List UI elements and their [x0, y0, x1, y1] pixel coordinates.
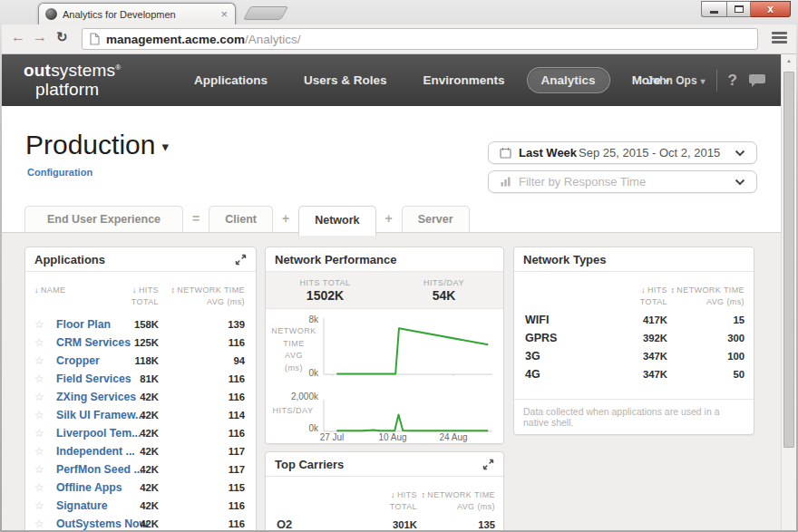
user-menu[interactable]: John Ops▾	[647, 74, 705, 87]
help-button[interactable]: ?	[728, 72, 737, 90]
minimize-icon	[710, 11, 718, 14]
table-row: ☆ZXing Services42K116	[25, 388, 256, 406]
logo-line2: platform	[24, 81, 121, 100]
panel-title: Top Carriers	[275, 458, 344, 471]
column-header-hits[interactable]: ↓HITSTOTAL	[131, 285, 159, 308]
minimize-button[interactable]	[701, 1, 726, 17]
performance-stats: HITS TOTAL 1502K HITS/DAY 54K	[266, 272, 503, 309]
tab-close-icon[interactable]: ×	[219, 8, 229, 20]
configuration-link[interactable]: Configuration	[27, 167, 92, 178]
column-header-hits[interactable]: ↓HITSTOTAL	[390, 489, 417, 513]
app-link[interactable]: Liverpool Tem...	[56, 424, 141, 442]
app-link[interactable]: Signature	[56, 497, 108, 515]
environment-selector[interactable]: Production▾	[25, 130, 169, 160]
new-tab-button[interactable]	[243, 6, 288, 20]
app-link[interactable]: Silk UI Framew...	[56, 406, 144, 424]
panel-footnote: Data collected when applications are use…	[514, 399, 754, 434]
url-bar[interactable]: management.acme.com/Analytics/	[82, 28, 758, 50]
time-value: 116	[229, 515, 245, 530]
back-button[interactable]: ←	[11, 29, 25, 45]
star-icon[interactable]: ☆	[34, 515, 44, 530]
column-header-hits[interactable]: ↓HITSTOTAL	[640, 285, 667, 308]
filter-placeholder: Filter by Response Time	[519, 175, 646, 189]
chevron-down-icon	[735, 150, 745, 157]
column-header-network-time[interactable]: ↕NETWORK TIMEAVG (ms)	[670, 285, 744, 308]
tab-title: Analytics for Developmen	[63, 9, 214, 20]
app-link[interactable]: OutSystems Now	[56, 515, 148, 530]
table-row: ☆Liverpool Tem...42K116	[25, 424, 256, 442]
browser-tab[interactable]: Analytics for Developmen ×	[38, 3, 236, 24]
table-row: ☆Signature42K116	[25, 497, 256, 515]
app-link[interactable]: Floor Plan	[56, 315, 111, 334]
star-icon[interactable]: ☆	[34, 442, 44, 460]
nav-item-environments[interactable]: Environments	[409, 67, 520, 93]
tab-network[interactable]: Network	[298, 206, 375, 236]
outsystems-logo: outsystems® platform	[24, 62, 121, 99]
stat-label: HITS/DAY	[423, 278, 464, 287]
panel-title: Applications	[34, 253, 105, 266]
hits-value: 158K	[134, 315, 159, 334]
browser-menu-button[interactable]	[772, 32, 787, 45]
panel-title: Network Performance	[275, 253, 396, 266]
app-link[interactable]: Field Services	[56, 370, 131, 388]
maximize-button[interactable]	[726, 1, 751, 17]
app-link[interactable]: Offline Apps	[56, 479, 122, 497]
reload-button[interactable]: ↻	[56, 29, 68, 45]
tab-separator-plus: +	[376, 206, 402, 232]
app-link[interactable]: Independent ...	[56, 442, 135, 460]
hits-value: 125K	[134, 334, 159, 352]
forward-button[interactable]: →	[33, 29, 47, 45]
star-icon[interactable]: ☆	[34, 315, 44, 334]
star-icon[interactable]: ☆	[34, 460, 44, 479]
tab-server[interactable]: Server	[402, 206, 470, 232]
date-range-dropdown[interactable]: Last WeekSep 25, 2015 - Oct 2, 2015	[488, 141, 757, 164]
table-row: ☆Cropper118K94	[25, 352, 256, 370]
page-title: Production	[25, 130, 155, 160]
type-name: WIFI	[525, 311, 549, 329]
time-value: 116	[229, 497, 245, 515]
scrollbar-thumb[interactable]	[783, 72, 794, 448]
tab-end-user-experience[interactable]: End User Experience	[24, 206, 183, 232]
date-range: Sep 25, 2015 - Oct 2, 2015	[579, 146, 720, 160]
app-link[interactable]: ZXing Services	[56, 388, 136, 406]
time-value: 50	[733, 365, 744, 383]
table-row: ☆CRM Services125K116	[25, 334, 256, 352]
star-icon[interactable]: ☆	[34, 406, 44, 424]
scroll-up-icon[interactable]: ▲	[782, 54, 796, 68]
nav-item-analytics[interactable]: Analytics	[527, 67, 610, 93]
table-row: ☆OutSystems Now42K116	[25, 515, 256, 530]
star-icon[interactable]: ☆	[34, 497, 44, 515]
feedback-bubble-icon[interactable]	[748, 73, 766, 88]
url-host: management.acme.com	[106, 33, 245, 46]
nav-item-users-roles[interactable]: Users & Roles	[289, 67, 402, 93]
time-value: 114	[229, 406, 245, 424]
y-axis-label-hits-day: HITS/DAY	[266, 405, 320, 418]
response-time-filter-dropdown[interactable]: Filter by Response Time	[488, 170, 757, 193]
table-row: ☆Field Services81K116	[25, 370, 256, 388]
star-icon[interactable]: ☆	[34, 334, 44, 352]
column-header-network-time[interactable]: ↕NETWORK TIMEAVG (ms)	[421, 489, 495, 513]
hits-value: 118K	[135, 352, 159, 370]
nav-item-applications[interactable]: Applications	[180, 67, 282, 93]
star-icon[interactable]: ☆	[34, 388, 44, 406]
app-link[interactable]: PerfMon Seed ...	[56, 460, 143, 479]
titlebar[interactable]: Analytics for Developmen × x	[0, 0, 798, 24]
star-icon[interactable]: ☆	[34, 479, 44, 497]
star-icon[interactable]: ☆	[34, 370, 44, 388]
time-value: 117	[229, 442, 245, 460]
column-header-name[interactable]: ↓NAME	[34, 285, 66, 296]
star-icon[interactable]: ☆	[34, 352, 44, 370]
app-link[interactable]: CRM Services	[56, 334, 131, 352]
vertical-scrollbar[interactable]: ▲	[781, 54, 796, 530]
star-icon[interactable]: ☆	[34, 424, 44, 442]
column-header-network-time[interactable]: ↕NETWORK TIMEAVG (ms)	[170, 285, 245, 308]
app-link[interactable]: Cropper	[56, 352, 100, 370]
expand-icon[interactable]	[482, 459, 494, 470]
time-value: 100	[727, 347, 744, 365]
expand-icon[interactable]	[235, 254, 247, 266]
tab-client[interactable]: Client	[209, 206, 273, 232]
close-button[interactable]: x	[751, 1, 791, 17]
hits-value: 81K	[140, 370, 159, 388]
panel-title: Network Types	[523, 253, 607, 266]
time-value: 116	[229, 424, 245, 442]
